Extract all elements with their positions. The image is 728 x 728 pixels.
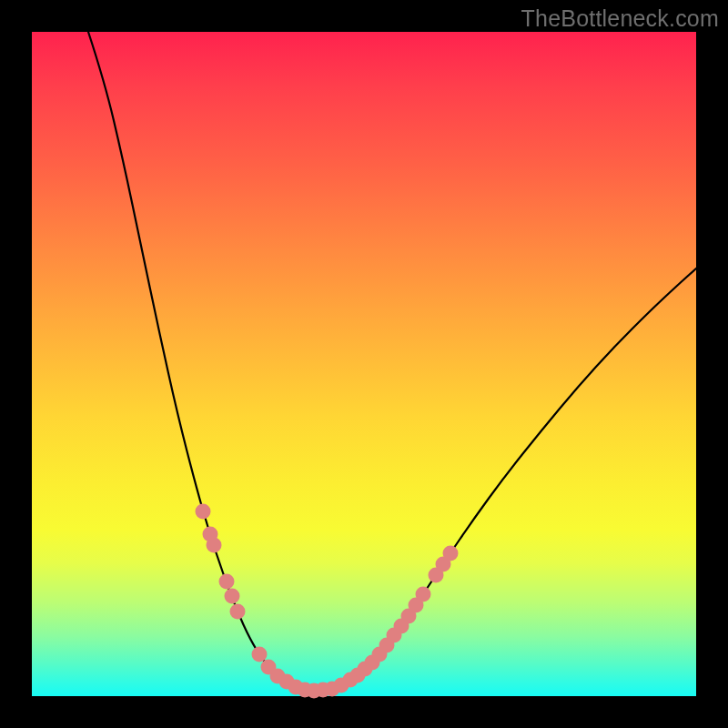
sample-dot (207, 538, 222, 553)
sample-dot (219, 574, 235, 590)
watermark-label: TheBottleneck.com (521, 5, 719, 32)
sample-dot (225, 589, 240, 604)
bottleneck-curve-svg (32, 32, 696, 696)
sample-dot (230, 604, 246, 620)
sample-dot (443, 546, 459, 561)
sample-dot (416, 587, 431, 602)
sample-dot (196, 504, 211, 520)
plot-area (32, 32, 696, 696)
chart-frame: TheBottleneck.com (0, 0, 728, 728)
sample-dots (196, 504, 459, 699)
bottleneck-curve (88, 32, 696, 691)
sample-dot (252, 647, 268, 662)
